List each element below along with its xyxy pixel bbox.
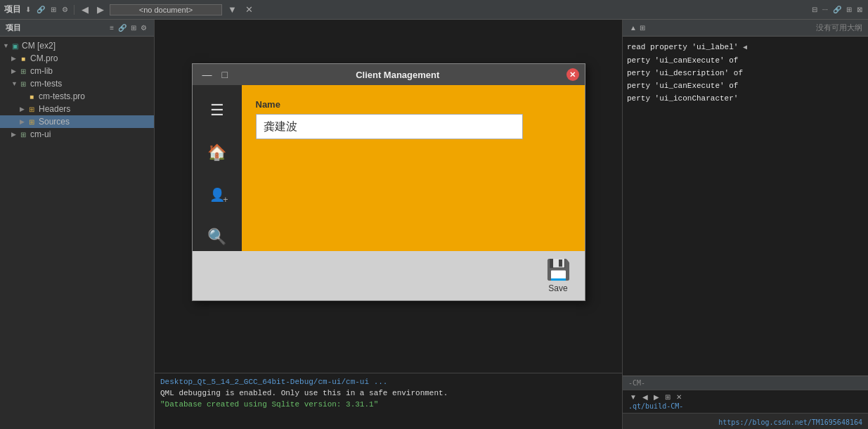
dialog-minimize-btn[interactable]: — (200, 69, 215, 80)
bottom-nav-left-btn[interactable]: ◀ (641, 393, 649, 401)
doc-close-btn[interactable]: ✕ (242, 4, 256, 15)
client-management-dialog: — □ Client Management ✕ ☰ 🏠 (192, 63, 585, 301)
label-cm-tests-pro: cm-tests.pro (39, 91, 85, 101)
no-outline-label: 没有可用大纲 (816, 23, 862, 33)
dialog-title: Client Management (231, 70, 565, 80)
save-icon: 💾 (546, 258, 571, 281)
document-selector[interactable]: <no document> (110, 4, 222, 15)
name-field-label: Name (256, 99, 571, 110)
label-sources: Sources (39, 117, 70, 127)
bottom-arrow-down-btn[interactable]: ▼ (628, 393, 638, 401)
tree-item-headers[interactable]: ▶ ⊞ Headers (0, 103, 154, 115)
code-line-3: perty 'ui_description' of (627, 67, 864, 79)
icon-cm-tests: ⊞ (18, 79, 28, 89)
arrow-headers: ▶ (20, 105, 27, 113)
add-user-nav-icon[interactable]: 👤+ (203, 181, 231, 209)
icon-sources: ⊞ (27, 117, 37, 127)
arrow-cm-pro: ▶ (11, 55, 18, 62)
project-tree: ▼ ▣ CM [ex2] ▶ ■ CM.pro ▶ ⊞ cm-lib (0, 37, 154, 429)
code-line-5: perty 'ui_iconCharacter' (627, 92, 864, 105)
arrow-cm-lib: ▶ (11, 68, 18, 75)
icon-headers: ⊞ (27, 104, 37, 114)
right-panel-expand-btn[interactable]: ⊞ (638, 24, 647, 32)
bottom-nav-right-btn[interactable]: ▶ (652, 393, 661, 401)
main-layout: 项目 ≡ 🔗 ⊞ ⚙ ▼ ▣ CM [ex2] ▶ ■ CM.pro (0, 20, 868, 429)
link-btn[interactable]: 🔗 (831, 6, 843, 13)
toolbar-right: ⊟ ··· 🔗 ⊞ ⊠ (810, 6, 864, 13)
label-cm-ex2: CM [ex2] (22, 41, 56, 51)
tree-item-cm-ui[interactable]: ▶ ⊞ cm-ui (0, 128, 154, 141)
tree-item-cm-lib[interactable]: ▶ ⊞ cm-lib (0, 65, 154, 77)
tree-item-cm-tests-pro[interactable]: ■ cm-tests.pro (0, 90, 154, 103)
layout-icon-btn[interactable]: ⊞ (129, 24, 138, 32)
split-btn[interactable]: ⊞ (49, 6, 58, 13)
url-bar: https://blog.csdn.net/TM1695648164 (623, 413, 868, 429)
icon-cm-lib: ⊞ (18, 66, 28, 76)
label-cm-tests: cm-tests (30, 79, 62, 89)
menu-nav-icon[interactable]: ☰ (203, 96, 231, 124)
code-line-4: perty 'ui_canExecute' of (627, 79, 864, 92)
label-headers: Headers (39, 104, 70, 114)
right-panel-collapse-btn[interactable]: ▲ (628, 24, 638, 32)
link-icon-btn[interactable]: 🔗 (117, 24, 128, 32)
right-panel-content: read property 'ui_label' ◀ perty 'ui_can… (623, 37, 868, 376)
sync-btn[interactable]: 🔗 (35, 6, 46, 13)
tree-item-cm-tests[interactable]: ▼ ⊞ cm-tests (0, 77, 154, 90)
tree-item-sources[interactable]: ▶ ⊞ Sources (0, 115, 154, 128)
bottom-terminal: Desktop_Qt_5_14_2_GCC_64bit-Debug/cm-ui/… (155, 373, 622, 429)
terminal-line-2: QML debugging is enabled. Only use this … (160, 388, 616, 399)
dialog-titlebar: — □ Client Management ✕ (193, 64, 585, 85)
terminal-line-1: Desktop_Qt_5_14_2_GCC_64bit-Debug/cm-ui/… (160, 376, 616, 388)
settings-icon-btn[interactable]: ⚙ (139, 24, 148, 32)
arrow-cm-ui: ▶ (11, 131, 18, 138)
label-cm-pro: CM.pro (30, 53, 58, 63)
close-doc-btn[interactable]: ⊠ (855, 6, 864, 13)
search-nav-icon[interactable]: 🔍 (203, 223, 231, 251)
arrow-cm-ex2: ▼ (3, 42, 10, 49)
save-button[interactable]: 💾 Save (546, 258, 571, 293)
home-nav-icon[interactable]: 🏠 (203, 139, 231, 167)
code-line-1: read property 'ui_label' ◀ (627, 41, 864, 54)
icon-cm-tests-pro: ■ (27, 91, 37, 101)
grid-btn[interactable]: ⊞ (845, 6, 853, 13)
project-panel-header: 项目 ≡ 🔗 ⊞ ⚙ (0, 20, 154, 37)
filter-icon-btn[interactable]: ≡ (108, 24, 115, 32)
doc-dropdown-btn[interactable]: ▼ (225, 4, 240, 15)
terminal-line-3: "Database created using Sqlite version: … (160, 399, 616, 410)
dialog-overlay: — □ Client Management ✕ ☰ 🏠 (155, 20, 622, 345)
right-path-text: .qt/build-CM- (628, 402, 862, 410)
tree-item-cm-ex2[interactable]: ▼ ▣ CM [ex2] (0, 39, 154, 52)
project-icon-cm-ex2: ▣ (10, 41, 20, 51)
icon-cm-pro: ■ (18, 53, 28, 63)
bottom-grid-btn[interactable]: ⊞ (663, 393, 672, 401)
url-text: https://blog.csdn.net/TM1695648164 (718, 418, 862, 426)
separator-1 (74, 5, 75, 15)
dialog-close-btn[interactable]: ✕ (566, 68, 579, 81)
dialog-content: Name (242, 85, 585, 251)
project-panel: 项目 ≡ 🔗 ⊞ ⚙ ▼ ▣ CM [ex2] ▶ ■ CM.pro (0, 20, 155, 429)
label-cm-lib: cm-lib (30, 66, 53, 76)
split-view-btn[interactable]: ⊟ (810, 6, 819, 13)
terminal-text-1: Desktop_Qt_5_14_2_GCC_64bit-Debug/cm-ui/… (160, 378, 387, 386)
bottom-close-btn[interactable]: ✕ (675, 393, 683, 401)
project-panel-title: 项目 (6, 23, 21, 33)
terminal-text-2: QML debugging is enabled. Only use this … (160, 389, 448, 397)
gear-btn[interactable]: ⚙ (60, 6, 70, 13)
filter-btn[interactable]: ⬇ (24, 6, 32, 13)
right-footer-text1: -CM- (628, 379, 645, 387)
name-field-input[interactable] (256, 114, 523, 139)
icon-cm-ui: ⊞ (18, 129, 28, 139)
right-panel-header: ▲ ⊞ 没有可用大纲 (623, 20, 868, 37)
nav-back-btn[interactable]: ◀ (79, 4, 91, 15)
top-toolbar: 项目 ⬇ 🔗 ⊞ ⚙ ◀ ▶ <no document> ▼ ✕ ⊟ ··· 🔗… (0, 0, 868, 20)
terminal-text-3: "Database created using Sqlite version: … (160, 400, 378, 409)
right-panel: ▲ ⊞ 没有可用大纲 read property 'ui_label' ◀ pe… (622, 20, 868, 429)
arrow-cm-tests: ▼ (11, 80, 18, 87)
right-bottom-bar: ▼ ◀ ▶ ⊞ ✕ .qt/build-CM- (623, 390, 868, 413)
tree-item-cm-pro[interactable]: ▶ ■ CM.pro (0, 52, 154, 65)
more-btn[interactable]: ··· (821, 6, 829, 13)
dialog-maximize-btn[interactable]: □ (219, 69, 231, 80)
toolbar-title: 项目 (4, 4, 21, 15)
center-area: ◀ — □ Client Management ✕ (155, 20, 622, 373)
nav-forward-btn[interactable]: ▶ (94, 4, 107, 15)
